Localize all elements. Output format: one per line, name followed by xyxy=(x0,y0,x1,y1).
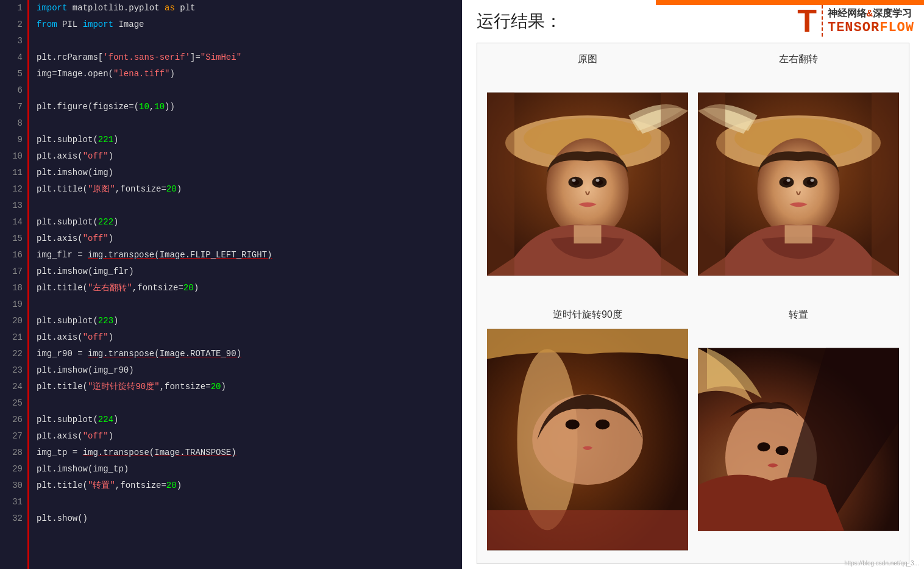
logo-flow: FLOW xyxy=(880,20,914,35)
code-segment: plt.figure(figsize=( xyxy=(37,102,139,112)
code-line: plt.subplot(221) xyxy=(37,132,455,148)
line-number: 20 xyxy=(12,313,23,329)
code-segment: ,fontsize= xyxy=(115,184,166,194)
code-segment: plt.axis( xyxy=(37,431,83,441)
line-number: 12 xyxy=(12,181,23,198)
code-segment: ) xyxy=(221,382,226,392)
code-segment: img_r90 = xyxy=(37,349,88,359)
line-number: 17 xyxy=(12,263,23,280)
code-line: plt.imshow(img_r90) xyxy=(37,362,455,379)
line-number: 11 xyxy=(12,165,23,181)
code-line: plt.title("转置",fontsize=20) xyxy=(37,478,455,494)
code-line xyxy=(37,395,455,412)
code-segment: img_tp = xyxy=(37,448,83,457)
line-number: 31 xyxy=(12,494,23,510)
code-segment: 224 xyxy=(98,415,113,424)
code-segment: ) xyxy=(177,481,182,490)
code-segment: ) xyxy=(108,332,113,342)
code-segment: 221 xyxy=(98,135,113,145)
line-number: 26 xyxy=(12,412,23,428)
image-transposed xyxy=(698,325,899,554)
code-segment: img.transpose(Image.FLIP_LEFT_RIGHT) xyxy=(88,250,272,260)
code-segment: "SimHei" xyxy=(201,52,241,62)
image-cell-rotated: 逆时针旋转90度 xyxy=(487,309,688,554)
code-line xyxy=(37,494,455,510)
line-number: 3 xyxy=(18,33,23,49)
svg-point-34 xyxy=(595,419,609,429)
code-segment: plt.title( xyxy=(37,382,88,392)
code-line: plt.axis("off") xyxy=(37,428,455,445)
logo-line2: TENSORFLOW xyxy=(828,20,914,35)
code-segment: plt.imshow(img_r90) xyxy=(37,365,134,375)
code-segment: matplotlib.pyplot xyxy=(67,3,165,13)
line-number: 23 xyxy=(12,362,23,379)
code-segment: plt.subplot( xyxy=(37,135,98,145)
image-flipped xyxy=(698,70,899,299)
code-line: from PIL import Image xyxy=(37,16,455,33)
image-caption-transposed: 转置 xyxy=(789,309,808,321)
code-segment: 10 xyxy=(154,102,165,112)
right-panel: T 神经网络&深度学习 TENSORFLOW 运行结果： 原图 xyxy=(462,0,924,569)
logo-line1: 神经网络&深度学习 xyxy=(828,7,914,20)
image-original xyxy=(487,70,688,299)
line-number: 24 xyxy=(12,379,23,395)
code-segment: "off" xyxy=(83,332,108,342)
code-line: import matplotlib.pyplot as plt xyxy=(37,0,455,16)
svg-rect-32 xyxy=(487,510,688,550)
code-line: plt.subplot(223) xyxy=(37,313,455,329)
code-segment: ) xyxy=(113,217,118,227)
logo-T-letter: T xyxy=(797,5,823,37)
image-caption-flipped: 左右翻转 xyxy=(779,53,818,66)
code-segment: plt.title( xyxy=(37,283,88,293)
line-number: 10 xyxy=(12,148,23,165)
code-line: plt.title("左右翻转",fontsize=20) xyxy=(37,280,455,296)
code-line: plt.axis("off") xyxy=(37,148,455,165)
code-segment: plt.rcParams[ xyxy=(37,52,103,62)
code-lines: import matplotlib.pyplot as pltfrom PIL … xyxy=(29,0,462,569)
code-segment: , xyxy=(149,102,154,112)
code-line: plt.axis("off") xyxy=(37,231,455,247)
code-segment: as xyxy=(165,3,175,13)
code-line: plt.subplot(224) xyxy=(37,412,455,428)
line-number: 8 xyxy=(18,115,23,132)
image-cell-original: 原图 xyxy=(487,53,688,299)
logo-area: T 神经网络&深度学习 TENSORFLOW xyxy=(797,5,914,37)
line-number: 13 xyxy=(12,198,23,214)
images-grid-wrapper: 原图 xyxy=(477,43,909,564)
code-segment: img=Image.open( xyxy=(37,69,113,79)
code-segment: plt.axis( xyxy=(37,332,83,342)
svg-rect-26 xyxy=(872,93,899,276)
code-line: plt.figure(figsize=(10,10)) xyxy=(37,99,455,115)
code-panel: 1234567891011121314151617181920212223242… xyxy=(0,0,462,569)
code-line: plt.imshow(img) xyxy=(37,165,455,181)
code-segment: plt.axis( xyxy=(37,151,83,161)
code-segment: ) xyxy=(113,415,118,424)
line-number: 1 xyxy=(18,0,23,16)
line-number: 30 xyxy=(12,478,23,494)
line-number: 18 xyxy=(12,280,23,296)
code-segment: ) xyxy=(177,184,182,194)
logo-neural-text: 神经网络 xyxy=(828,9,867,20)
svg-rect-5 xyxy=(574,225,602,243)
code-segment: )) xyxy=(165,102,175,112)
line-number: 7 xyxy=(18,99,23,115)
svg-point-38 xyxy=(758,442,770,451)
logo-deep-text: 深度学习 xyxy=(873,9,912,20)
code-segment: plt.axis( xyxy=(37,234,83,243)
code-segment: 222 xyxy=(98,217,113,227)
svg-point-11 xyxy=(596,179,600,182)
code-segment: "逆时针旋转90度" xyxy=(88,382,160,392)
code-segment: ,fontsize= xyxy=(132,283,183,293)
svg-rect-13 xyxy=(661,93,688,276)
code-segment: from xyxy=(37,20,57,29)
code-line xyxy=(37,33,455,49)
code-line: plt.rcParams['font.sans-serif']="SimHei" xyxy=(37,49,455,66)
code-segment: ) xyxy=(169,69,174,79)
code-segment: ,fontsize= xyxy=(115,481,166,490)
code-segment: 20 xyxy=(166,481,177,490)
svg-point-39 xyxy=(776,446,789,455)
line-numbers: 1234567891011121314151617181920212223242… xyxy=(0,0,29,569)
code-segment: plt.imshow(img_tp) xyxy=(37,464,129,474)
code-segment: plt xyxy=(175,3,196,13)
svg-point-8 xyxy=(572,179,576,182)
